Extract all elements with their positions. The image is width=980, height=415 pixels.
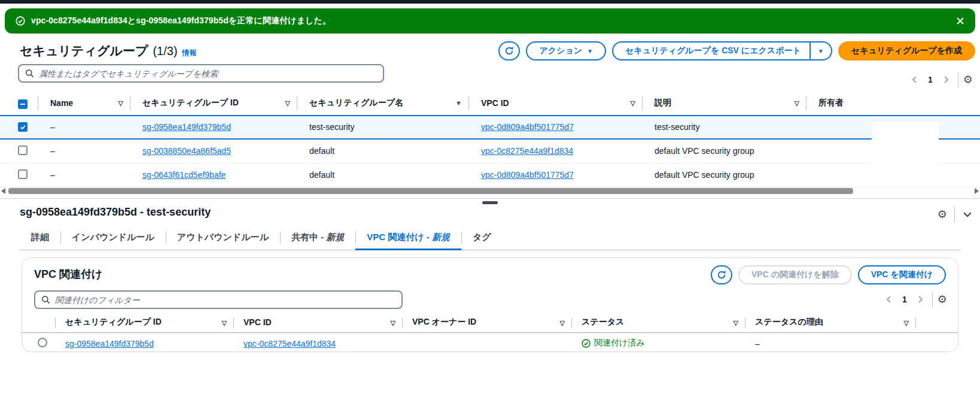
associate-vpc-button[interactable]: VPC を関連付け [858, 265, 946, 284]
redaction-overlay [872, 122, 939, 181]
close-icon[interactable] [956, 17, 964, 25]
top-nav-edge [0, 0, 980, 4]
radio-column-header [22, 313, 56, 333]
cell-sg-name: default [297, 163, 469, 187]
column-header-status[interactable]: ステータス▽ [572, 313, 745, 333]
filter-input[interactable] [55, 295, 395, 305]
actions-dropdown-button[interactable]: アクション ▼ [526, 41, 606, 60]
gear-icon[interactable] [938, 294, 947, 305]
row-checkbox[interactable] [18, 146, 28, 155]
gear-icon[interactable] [963, 74, 973, 85]
detail-tabs: 詳細 インバウンドルール アウトバウンドルール 共有中 - 新規 VPC 関連付… [20, 226, 960, 250]
resource-count: (1/3) [153, 44, 177, 58]
scrollbar-thumb[interactable] [8, 188, 853, 194]
cell-sg-name: test-security [297, 116, 469, 139]
cell-description: test-security [643, 116, 806, 139]
column-header-sg-id[interactable]: セキュリティグループ ID▽ [130, 91, 297, 116]
sort-icon: ▽ [795, 99, 799, 107]
detail-panel-title: sg-0958ea149fd379b5d - test-security [20, 206, 211, 219]
disassociate-vpc-button[interactable]: VPC の関連付けを解除 [738, 265, 852, 284]
column-header-vpc-id[interactable]: VPC ID▽ [234, 313, 403, 333]
cell-description: default VPC security group [643, 163, 806, 187]
page-number[interactable]: 1 [924, 75, 936, 84]
split-panel-resize-handle[interactable] [482, 201, 498, 204]
column-header-status-reason[interactable]: ステータスの理由▽ [745, 313, 916, 333]
cell-status-reason: – [745, 333, 916, 355]
sort-icon: ▽ [560, 319, 565, 327]
tab-outbound-rules[interactable]: アウトバウンドルール [166, 226, 280, 250]
column-header-vpc-owner-id[interactable]: VPC オーナー ID▽ [403, 313, 572, 333]
row-radio[interactable] [38, 338, 47, 347]
column-header-sg-id[interactable]: セキュリティグループ ID▽ [56, 313, 234, 333]
column-header-vpc-id[interactable]: VPC ID▽ [469, 91, 643, 116]
indeterminate-mark [20, 104, 25, 105]
create-security-group-button[interactable]: セキュリティグループを作成 [838, 41, 975, 60]
next-page-button[interactable] [913, 292, 927, 307]
table-row[interactable]: – sg-0038850e4a86f5ad5 default vpc-0c827… [0, 139, 980, 163]
security-group-search[interactable] [18, 64, 384, 83]
refresh-button[interactable] [711, 265, 732, 284]
scroll-right-arrow-icon[interactable] [975, 188, 979, 194]
column-header-description[interactable]: 説明▽ [643, 91, 806, 116]
cell-vpc-owner [403, 333, 572, 355]
chevron-down-icon[interactable] [962, 209, 973, 220]
prev-page-button[interactable] [882, 292, 896, 307]
association-filter[interactable] [34, 290, 403, 309]
sort-icon: ▽ [904, 319, 909, 327]
caret-down-icon: ▼ [818, 48, 824, 54]
vpc-id-link[interactable]: vpc-0d809a4bf501775d7 [481, 122, 574, 132]
search-input[interactable] [39, 69, 377, 78]
row-checkbox[interactable] [18, 169, 28, 179]
select-all-checkbox[interactable] [18, 99, 28, 109]
divider [954, 207, 955, 222]
row-checkbox[interactable] [18, 122, 28, 132]
sg-id-link[interactable]: sg-0958ea149fd379b5d [142, 122, 231, 132]
actions-label: アクション [539, 46, 582, 56]
success-flashbar: vpc-0c8275e44a9f1d834とsg-0958ea149fd379b… [5, 8, 975, 34]
refresh-icon [504, 46, 514, 56]
card-title: VPC 関連付け [34, 267, 102, 281]
scroll-left-arrow-icon[interactable] [1, 188, 5, 194]
next-page-button[interactable] [939, 72, 953, 87]
column-header-name[interactable]: Name▽ [38, 91, 130, 116]
status-success-icon [582, 339, 591, 348]
page-number[interactable]: 1 [899, 295, 911, 304]
sg-id-link[interactable]: sg-0958ea149fd379b5d [65, 339, 154, 349]
status-badge: 関連付け済み [582, 338, 645, 349]
tab-tags[interactable]: タグ [461, 226, 503, 250]
horizontal-scrollbar[interactable] [0, 187, 980, 195]
export-csv-label[interactable]: セキュリティグループを CSV にエクスポート [613, 43, 809, 59]
caret-down-icon: ▼ [587, 48, 593, 54]
prev-page-button[interactable] [908, 72, 922, 87]
refresh-button[interactable] [498, 41, 520, 60]
sort-icon: ▽ [222, 319, 227, 327]
export-csv-split-button[interactable]: セキュリティグループを CSV にエクスポート ▼ [612, 41, 832, 60]
table-row[interactable]: – sg-0643f61cd5ef9bafe default vpc-0d809… [0, 163, 980, 187]
select-all-checkbox-cell[interactable] [0, 91, 38, 116]
status-text: 関連付け済み [594, 338, 645, 349]
sg-id-link[interactable]: sg-0038850e4a86f5ad5 [142, 146, 231, 156]
sort-icon: ▽ [734, 319, 738, 327]
vpc-associations-card: VPC 関連付け VPC の関連付けを解除 VPC を関連付け 1 [22, 258, 958, 352]
divider [958, 72, 958, 87]
tab-sharing[interactable]: 共有中 - 新規 [280, 226, 355, 250]
vpc-id-link[interactable]: vpc-0d809a4bf501775d7 [481, 170, 574, 180]
vpc-id-link[interactable]: vpc-0c8275e44a9f1d834 [244, 339, 336, 349]
tab-details[interactable]: 詳細 [20, 226, 60, 250]
cell-name: – [38, 139, 130, 163]
vpc-id-link[interactable]: vpc-0c8275e44a9f1d834 [481, 146, 573, 156]
tab-vpc-associations[interactable]: VPC 関連付け - 新規 [355, 226, 461, 250]
gear-icon[interactable] [938, 209, 947, 220]
column-header-sg-name[interactable]: セキュリティグループ名▼ [297, 91, 469, 116]
table-pagination: 1 [908, 72, 973, 87]
tab-inbound-rules[interactable]: インバウンドルール [60, 226, 166, 250]
detail-panel-controls [938, 206, 973, 223]
sort-icon: ▽ [391, 319, 395, 327]
info-link[interactable]: 情報 [182, 48, 197, 58]
association-row[interactable]: sg-0958ea149fd379b5d vpc-0c8275e44a9f1d8… [22, 333, 958, 355]
sg-id-link[interactable]: sg-0643f61cd5ef9bafe [142, 170, 226, 180]
export-caret-segment[interactable]: ▼ [809, 43, 831, 59]
column-header-owner[interactable]: 所有者 [806, 91, 980, 116]
cell-name: – [38, 163, 130, 187]
table-row[interactable]: – sg-0958ea149fd379b5d test-security vpc… [0, 116, 980, 139]
